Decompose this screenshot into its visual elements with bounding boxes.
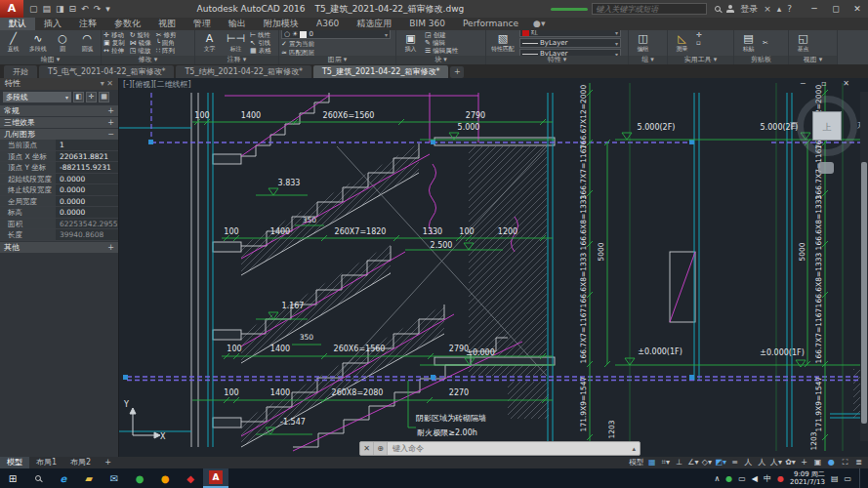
- annotation-monitor-icon[interactable]: +: [799, 457, 809, 468]
- workspace-gear-icon[interactable]: ✿▾: [785, 457, 796, 468]
- point-style-tool[interactable]: ▫: [696, 39, 702, 47]
- panel-clipboard-label[interactable]: 剪贴板: [734, 56, 788, 64]
- section-3d-effects[interactable]: 三维效果+: [0, 117, 118, 128]
- file-tab-structural[interactable]: T5_结构_2021-04-22_箱审修改*: [176, 65, 310, 78]
- taskbar-clock[interactable]: 9:09 周二 2021/7/13: [790, 470, 825, 486]
- palette-header[interactable]: 特性 ▾ ✕: [0, 78, 118, 90]
- file-explorer-icon[interactable]: ▰: [76, 468, 102, 488]
- undo-icon[interactable]: ↶: [81, 4, 89, 14]
- search-icon[interactable]: [715, 6, 721, 12]
- model-space-toggle[interactable]: 模型: [629, 457, 643, 468]
- dimension-tool[interactable]: ⊢⊣标注: [224, 32, 248, 54]
- prop-row-vertex-y[interactable]: 顶点 Y 坐标-882115.9231: [0, 162, 118, 174]
- app-red-icon[interactable]: ◆: [178, 468, 203, 488]
- paste-tool[interactable]: ▤粘贴: [736, 32, 761, 54]
- panel-modify-label[interactable]: 修改 ▾: [102, 56, 194, 64]
- compass-west-label[interactable]: 西: [790, 120, 798, 131]
- panel-annotation-label[interactable]: 注释 ▾: [195, 56, 278, 64]
- tab-manage[interactable]: 管理: [185, 18, 220, 30]
- prop-row-start-width[interactable]: 起始线段宽度0.0000: [0, 174, 118, 185]
- mail-icon[interactable]: ✉: [102, 468, 127, 488]
- polyline-tool[interactable]: ∿多段线: [26, 32, 49, 54]
- minimize-icon[interactable]: ─: [804, 0, 825, 18]
- toggle-pickadd-icon[interactable]: ◧: [73, 92, 84, 102]
- maximize-icon[interactable]: ◻: [825, 0, 847, 18]
- redo-icon[interactable]: ↷: [94, 4, 102, 14]
- edit-attributes-tool[interactable]: ☰编辑属性: [425, 47, 458, 55]
- annotation-visibility-icon[interactable]: 人: [743, 457, 754, 468]
- text-tool[interactable]: A文字: [197, 32, 222, 54]
- ribbon-display-toggle-icon[interactable]: ●▾: [533, 18, 545, 30]
- match-properties-tool[interactable]: ▧特性匹配: [488, 32, 517, 54]
- lineweight-icon[interactable]: ≡: [729, 457, 740, 468]
- app-logo-icon[interactable]: A: [0, 0, 23, 18]
- line-tool[interactable]: ╱直线: [2, 32, 24, 54]
- plot-icon[interactable]: ⊟: [69, 4, 77, 14]
- prop-row-end-width[interactable]: 终止线段宽度0.0000: [0, 184, 118, 196]
- copy-clip-tool[interactable]: ✂: [763, 39, 768, 47]
- annotation-scale-icon[interactable]: 人▾: [770, 457, 782, 468]
- sign-in-label[interactable]: 登录: [740, 3, 758, 16]
- taskbar-search-icon[interactable]: [25, 468, 51, 488]
- section-general[interactable]: 常规+: [0, 105, 118, 116]
- quick-calc-icon[interactable]: ▦: [99, 92, 109, 102]
- panel-draw-label[interactable]: 绘图 ▾: [0, 56, 101, 64]
- save-icon[interactable]: ◨: [56, 4, 64, 14]
- isodraft-icon[interactable]: ◇▾: [701, 457, 712, 468]
- file-tab-start[interactable]: 开始: [4, 65, 37, 78]
- prop-row-vertex-x[interactable]: 顶点 X 坐标220631.8821: [0, 151, 118, 163]
- base-point-tool[interactable]: ◱基点: [791, 32, 815, 54]
- sign-in-icon[interactable]: [726, 5, 734, 13]
- panel-layers-label[interactable]: 图层 ▾: [279, 56, 395, 64]
- notification-center-icon[interactable]: ▭: [844, 474, 851, 483]
- tray-security-icon[interactable]: ●: [725, 474, 732, 483]
- autocad-taskbar-icon[interactable]: A: [203, 468, 228, 488]
- command-input[interactable]: 键入命令: [388, 443, 628, 454]
- object-type-dropdown[interactable]: 多段线▾: [3, 92, 71, 102]
- model-tab[interactable]: 模型: [0, 457, 29, 468]
- customize-status-icon[interactable]: ≣: [853, 457, 864, 468]
- layer-dropdown[interactable]: ○ ☀ 0 ▾: [281, 30, 391, 39]
- open-icon[interactable]: ▤: [43, 4, 52, 14]
- app-green-icon[interactable]: ●: [127, 468, 152, 488]
- app-orange-icon[interactable]: ●: [152, 468, 178, 488]
- prop-row-current-vertex[interactable]: 当前顶点1: [0, 140, 118, 151]
- new-file-tab-button[interactable]: +: [450, 66, 464, 78]
- layout1-tab[interactable]: 布局1: [29, 457, 63, 468]
- object-color-dropdown[interactable]: 红▾: [519, 30, 621, 37]
- tab-output[interactable]: 输出: [220, 18, 255, 30]
- help-icon[interactable]: ?: [787, 4, 792, 14]
- graphics-performance-icon[interactable]: ●: [826, 457, 837, 468]
- tab-annotate[interactable]: 注释: [70, 18, 105, 30]
- object-snap-icon[interactable]: ◩▾: [715, 457, 726, 468]
- tab-a360[interactable]: A360: [308, 18, 348, 30]
- linetype-dropdown[interactable]: ByLayer▾: [519, 49, 621, 56]
- vertical-scrollbar[interactable]: [860, 92, 868, 441]
- new-icon[interactable]: ▢: [29, 4, 38, 14]
- section-geometry[interactable]: 几何图形−: [0, 129, 118, 140]
- tab-performance[interactable]: Performance: [454, 18, 527, 30]
- drawing-canvas[interactable]: [-][俯视][二维线框] ─ ▫ ✕: [119, 78, 868, 457]
- ortho-icon[interactable]: ⊥: [674, 457, 684, 468]
- group-tool[interactable]: ◫编组: [631, 32, 655, 54]
- quick-select-icon[interactable]: ✛: [86, 92, 97, 102]
- table-tool[interactable]: ▦表格: [250, 47, 271, 55]
- palette-menu-icon[interactable]: ▾ ✕: [101, 78, 113, 90]
- grid-icon[interactable]: ▦: [646, 457, 657, 468]
- show-desktop-button[interactable]: [859, 468, 862, 488]
- array-tool[interactable]: ∷阵列: [156, 47, 177, 55]
- file-tab-architecture[interactable]: T5_建筑_2021-04-22_箱审修改*: [313, 65, 448, 78]
- panel-groups-label[interactable]: 组 ▾: [629, 56, 667, 64]
- panel-block-label[interactable]: 块 ▾: [396, 56, 485, 64]
- edge-icon[interactable]: e: [51, 468, 76, 488]
- insert-block-tool[interactable]: ▣插入: [398, 32, 423, 54]
- customize-command-icon[interactable]: ⊕: [374, 442, 388, 455]
- tab-parametric[interactable]: 参数化: [105, 18, 149, 30]
- snap-mode-icon[interactable]: ⌗▾: [660, 457, 671, 468]
- recent-commands-icon[interactable]: ▴: [628, 445, 640, 453]
- tray-app-icon[interactable]: ●: [777, 474, 784, 483]
- tray-expand-icon[interactable]: ∧: [714, 474, 720, 483]
- quick-select-tool[interactable]: ✛: [696, 31, 702, 39]
- panel-view-label[interactable]: 视图 ▾: [789, 56, 837, 64]
- circle-tool[interactable]: ○圆: [52, 32, 74, 54]
